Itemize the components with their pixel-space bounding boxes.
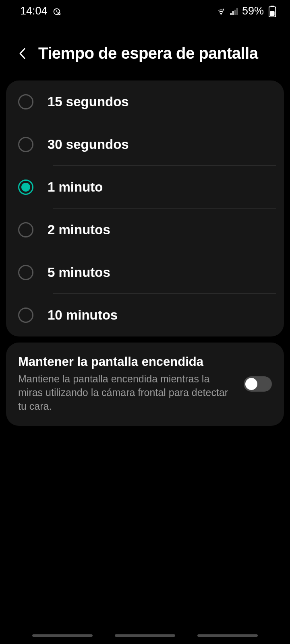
svg-rect-2: [230, 13, 232, 15]
keep-screen-on-description: Mantiene la pantalla encendida mientras …: [18, 372, 236, 413]
radio-option-1m[interactable]: 1 minuto: [6, 166, 284, 208]
nav-back[interactable]: [197, 634, 258, 637]
radio-label: 15 segundos: [48, 94, 129, 109]
radio-option-30s[interactable]: 30 segundos: [6, 123, 284, 166]
timeout-options-card: 15 segundos 30 segundos 1 minuto 2 minut…: [6, 80, 284, 336]
radio-label: 2 minutos: [48, 222, 110, 237]
status-right: 59%: [216, 5, 276, 17]
radio-option-5m[interactable]: 5 minutos: [6, 251, 284, 294]
toggle-content: Mantener la pantalla encendida Mantiene …: [18, 355, 236, 413]
signal-icon: [229, 6, 239, 16]
radio-label: 5 minutos: [48, 265, 110, 280]
navigation-bar: [0, 634, 290, 637]
keep-screen-on-title: Mantener la pantalla encendida: [18, 355, 236, 369]
status-bar: 14:04 59%: [0, 0, 290, 22]
radio-indicator: [18, 265, 33, 280]
radio-option-2m[interactable]: 2 minutos: [6, 208, 284, 251]
radio-indicator: [18, 137, 33, 152]
radio-option-10m[interactable]: 10 minutos: [6, 294, 284, 336]
radio-inner-dot: [21, 183, 30, 192]
nav-home[interactable]: [115, 634, 175, 637]
radio-indicator: [18, 308, 33, 323]
header: Tiempo de espera de pantalla: [0, 22, 290, 74]
battery-percentage: 59%: [242, 5, 264, 17]
radio-label: 10 minutos: [48, 308, 118, 323]
radio-list: 15 segundos 30 segundos 1 minuto 2 minut…: [6, 80, 284, 336]
wifi-icon: [216, 6, 226, 16]
radio-indicator: [18, 222, 33, 237]
battery-icon: [269, 6, 276, 17]
nav-recents[interactable]: [32, 634, 93, 637]
radio-label: 30 segundos: [48, 137, 129, 152]
toggle-knob: [245, 378, 257, 390]
radio-indicator: [18, 94, 33, 109]
radio-label: 1 minuto: [48, 180, 103, 195]
alarm-icon: [52, 7, 61, 16]
svg-rect-5: [236, 8, 238, 15]
svg-rect-8: [270, 11, 274, 16]
status-left: 14:04: [20, 5, 61, 17]
svg-rect-3: [232, 11, 234, 15]
radio-indicator-selected: [18, 180, 33, 195]
status-time: 14:04: [20, 5, 48, 17]
svg-rect-4: [234, 10, 236, 15]
back-button[interactable]: [16, 47, 28, 60]
keep-screen-on-toggle[interactable]: [244, 376, 272, 392]
chevron-left-icon: [19, 47, 26, 60]
keep-screen-on-card[interactable]: Mantener la pantalla encendida Mantiene …: [6, 343, 284, 426]
page-title: Tiempo de espera de pantalla: [38, 44, 258, 62]
radio-option-15s[interactable]: 15 segundos: [6, 80, 284, 123]
